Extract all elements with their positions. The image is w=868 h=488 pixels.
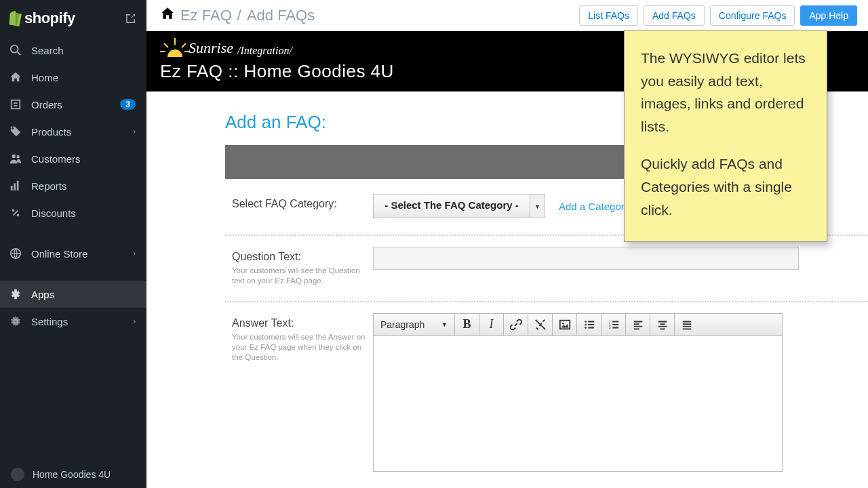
sidebar: shopify Search Home Orders 3 Products › … (0, 0, 146, 488)
question-hint: Your customers will see the Question tex… (232, 266, 373, 286)
question-input[interactable] (373, 247, 799, 270)
sidebar-item-discounts[interactable]: Discounts (0, 199, 146, 226)
sidebar-item-customers[interactable]: Customers (0, 145, 146, 172)
app-help-button[interactable]: App Help (800, 5, 857, 26)
callout-paragraph-2: Quickly add FAQs and Categories with a s… (641, 152, 810, 221)
chevron-down-icon: ▾ (530, 195, 545, 218)
gear-icon (9, 315, 22, 327)
shopify-wordmark: shopify (24, 9, 75, 27)
sidebar-item-search[interactable]: Search (0, 37, 146, 64)
add-category-link[interactable]: Add a Category (559, 201, 629, 212)
shopify-logo[interactable]: shopify (7, 9, 75, 27)
row-answer: Answer Text: Your customers will see the… (146, 302, 868, 488)
breadcrumb-root[interactable]: Ez FAQ (180, 7, 232, 24)
sidebar-item-reports[interactable]: Reports (0, 172, 146, 199)
ol-icon: 123 (608, 319, 620, 331)
vendor-name-2: /Integration/ (237, 45, 292, 57)
image-icon (559, 319, 571, 331)
svg-rect-5 (14, 183, 16, 190)
row-question: Question Text: Your customers will see t… (146, 236, 868, 302)
list-faqs-button[interactable]: List FAQs (579, 5, 638, 26)
editor-body[interactable] (373, 336, 783, 472)
configure-faqs-button[interactable]: Configure FAQs (710, 5, 795, 26)
sidebar-store-switcher[interactable]: Home Goodies 4U (0, 461, 146, 488)
svg-point-20 (585, 324, 587, 326)
svg-rect-4 (11, 186, 13, 190)
answer-label: Answer Text: (232, 317, 373, 329)
sidebar-item-apps[interactable]: Apps (0, 281, 146, 308)
align-center-button[interactable] (650, 314, 675, 336)
sidebar-item-home[interactable]: Home (0, 64, 146, 91)
svg-line-13 (164, 43, 168, 47)
svg-text:3: 3 (608, 325, 610, 329)
svg-point-3 (16, 155, 20, 159)
editor-toolbar: Paragraph ▼ B I 123 (373, 313, 783, 336)
sidebar-item-label: Discounts (31, 207, 136, 219)
sidebar-item-label: Products (31, 126, 123, 138)
svg-point-21 (585, 327, 587, 329)
sidebar-item-orders[interactable]: Orders 3 (0, 91, 146, 118)
align-justify-button[interactable] (675, 314, 699, 336)
category-label: Select FAQ Category: (232, 198, 373, 210)
chevron-right-icon: › (133, 249, 136, 258)
sidebar-item-label: Settings (31, 316, 123, 327)
link-icon (510, 319, 522, 331)
svg-point-0 (11, 45, 18, 53)
help-callout: The WYSIWYG editor lets you easily add t… (624, 30, 827, 242)
chevron-right-icon: › (133, 317, 136, 326)
ul-icon (583, 319, 595, 331)
svg-rect-6 (17, 181, 19, 190)
align-left-button[interactable] (626, 314, 650, 336)
sidebar-item-online-store[interactable]: Online Store › (0, 240, 146, 267)
apps-icon (9, 288, 22, 300)
sidebar-item-label: Orders (31, 99, 111, 110)
answer-hint: Your customers will see the Answer on yo… (232, 332, 373, 363)
reports-icon (9, 180, 22, 192)
align-left-icon (632, 319, 644, 331)
block-format-label: Paragraph (380, 319, 425, 330)
sidebar-item-label: Reports (31, 180, 136, 192)
store-name: Home Goodies 4U (33, 469, 111, 480)
sidebar-item-label: Home (31, 72, 136, 83)
store-avatar-icon (11, 468, 24, 481)
add-faqs-button[interactable]: Add FAQs (644, 5, 705, 26)
svg-point-19 (585, 321, 587, 323)
sidebar-item-label: Apps (31, 289, 136, 300)
home-icon[interactable] (160, 6, 175, 25)
sidebar-item-label: Customers (31, 153, 136, 165)
breadcrumb-current: Add FAQs (247, 7, 315, 24)
external-link-icon[interactable] (126, 14, 136, 23)
svg-point-18 (561, 323, 564, 325)
question-label: Question Text: (232, 251, 373, 263)
callout-paragraph-1: The WYSIWYG editor lets you easily add t… (641, 47, 810, 138)
sunrise-icon (160, 38, 190, 57)
ordered-list-button[interactable]: 123 (601, 314, 626, 336)
orders-badge: 3 (120, 99, 136, 110)
italic-button[interactable]: I (479, 314, 504, 336)
bold-button[interactable]: B (455, 314, 479, 336)
unlink-button[interactable] (528, 314, 553, 336)
breadcrumb-separator: / (237, 7, 241, 24)
svg-point-7 (12, 209, 15, 212)
align-justify-icon (681, 319, 693, 331)
discounts-icon (9, 207, 22, 219)
logo-row: shopify (0, 0, 146, 37)
chevron-right-icon: › (133, 127, 136, 136)
topbar: Ez FAQ / Add FAQs List FAQs Add FAQs Con… (146, 0, 868, 31)
image-button[interactable] (553, 314, 577, 336)
link-button[interactable] (504, 314, 528, 336)
svg-point-2 (12, 155, 16, 158)
svg-line-14 (182, 43, 186, 47)
sidebar-item-products[interactable]: Products › (0, 118, 146, 145)
sidebar-item-label: Online Store (31, 248, 123, 260)
shopify-bag-icon (7, 10, 22, 26)
vendor-name-1: Sunrise (189, 39, 233, 57)
svg-rect-1 (12, 100, 20, 109)
category-select[interactable]: - Select The FAQ Category - ▾ (373, 194, 545, 218)
home-icon (9, 71, 22, 83)
unordered-list-button[interactable] (577, 314, 601, 336)
sidebar-item-settings[interactable]: Settings › (0, 308, 146, 335)
svg-point-11 (167, 49, 182, 57)
topbar-actions: List FAQs Add FAQs Configure FAQs App He… (579, 5, 857, 26)
block-format-select[interactable]: Paragraph ▼ (374, 314, 455, 336)
